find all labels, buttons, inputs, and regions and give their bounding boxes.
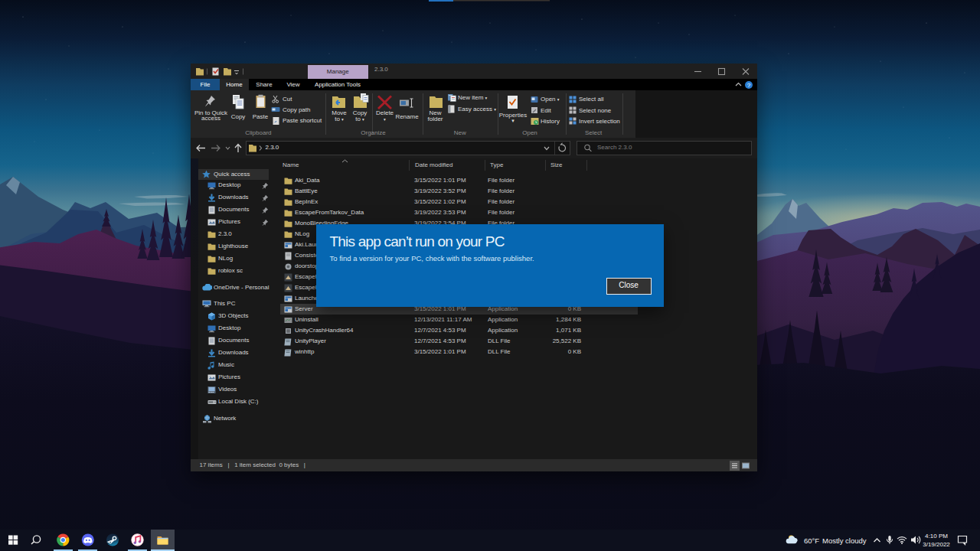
svg-text:Mostly cloudy: Mostly cloudy: [822, 536, 867, 545]
svg-text:3/19/2022: 3/19/2022: [923, 541, 950, 548]
svg-text:60°F: 60°F: [804, 536, 819, 545]
svg-text:4:10 PM: 4:10 PM: [925, 533, 948, 540]
